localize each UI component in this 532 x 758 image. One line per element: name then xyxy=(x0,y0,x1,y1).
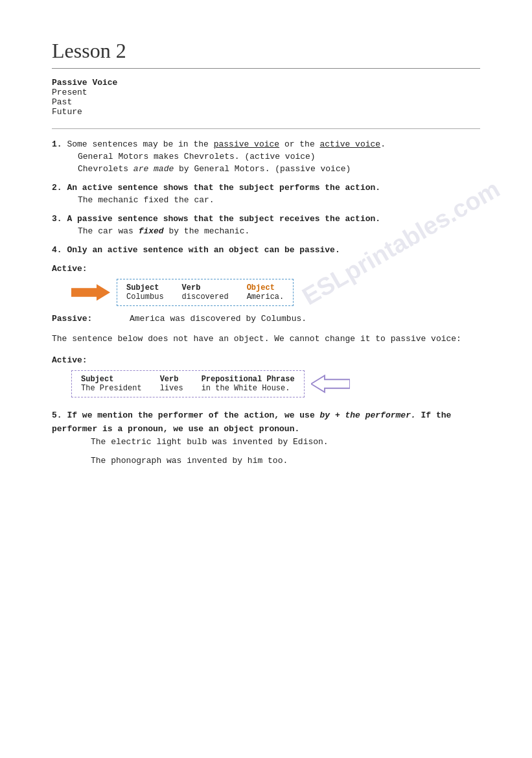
point-2-text: An active sentence shows that the subjec… xyxy=(67,183,380,193)
diagram1-verb-value: discovered xyxy=(182,292,229,302)
point-5-number: 5. xyxy=(52,410,62,420)
diagram2-verb-label: Verb xyxy=(160,375,183,384)
point-1-text-after: . xyxy=(380,139,386,149)
point-1-text-middle: or the xyxy=(279,139,319,149)
point-5: 5. If we mention the performer of the ac… xyxy=(52,409,480,468)
diagram1-subject-label: Subject xyxy=(126,283,164,292)
diagram1-verb-label: Verb xyxy=(182,283,229,292)
svg-marker-1 xyxy=(311,375,350,392)
diagram1-object-col: Object America. xyxy=(247,283,284,302)
point-1-example2: Chevrolets are made by General Motors. (… xyxy=(78,164,480,174)
point-4: 4. Only an active sentence with an objec… xyxy=(52,245,480,255)
diagram1-subject-col: Subject Columbus xyxy=(126,283,164,302)
point-5-by: by xyxy=(320,410,330,420)
diagram2-box: Subject The President Verb lives Preposi… xyxy=(71,370,305,397)
point-1-example1: General Motors makes Chevrolets. (active… xyxy=(78,152,480,161)
point-5-example1: The electric light bulb was invented by … xyxy=(91,436,480,449)
passive-label: Passive: xyxy=(52,314,110,324)
active-label: Active: xyxy=(52,264,87,274)
diagram2-row: Subject The President Verb lives Preposi… xyxy=(71,370,480,397)
toc-item-present: Present xyxy=(52,88,480,97)
page-title: Lesson 2 xyxy=(52,39,480,63)
title-divider xyxy=(52,68,480,69)
diagram1-box: Subject Columbus Verb discovered Object … xyxy=(117,279,294,306)
point-1-passive-voice: passive voice xyxy=(214,139,279,149)
point-1-active-voice: active voice xyxy=(320,139,381,149)
point-1-number: 1. xyxy=(52,139,62,149)
point-2: 2. An active sentence shows that the sub… xyxy=(52,183,480,205)
point-2-example: The mechanic fixed the car. xyxy=(78,195,480,205)
diagram1-row: Subject Columbus Verb discovered Object … xyxy=(71,279,480,306)
section-divider xyxy=(52,128,480,129)
point-1-text-before: Some sentences may be in the xyxy=(67,139,213,149)
diagram2-verb-value: lives xyxy=(160,384,183,393)
point-5-text-before: If we mention the performer of the actio… xyxy=(67,410,319,420)
point-5-example2: The phonograph was invented by him too. xyxy=(91,455,480,468)
point-5-text-middle: + xyxy=(330,410,345,420)
svg-marker-0 xyxy=(71,284,110,301)
diagram2-subject-label: Subject xyxy=(81,375,142,384)
point-3-example: The car was fixed by the mechanic. xyxy=(78,226,480,236)
diagram2-prep-value: in the White House. xyxy=(202,384,295,393)
diagram2-prep-label: Prepositional Phrase xyxy=(202,375,295,384)
toc-item-past: Past xyxy=(52,97,480,107)
point-5-performer: the performer. xyxy=(345,410,416,420)
diagram1-subject-value: Columbus xyxy=(126,292,164,302)
gray-arrow-icon xyxy=(311,374,350,394)
diagram2-prep-col: Prepositional Phrase in the White House. xyxy=(202,375,295,393)
diagram2-verb-col: Verb lives xyxy=(160,375,183,393)
orange-arrow-icon xyxy=(71,283,110,302)
diagram1-object-value: America. xyxy=(247,292,284,302)
diagram2-subject-value: The President xyxy=(81,384,142,393)
point-3: 3. A passive sentence shows that the sub… xyxy=(52,214,480,236)
point-1: 1. Some sentences may be in the passive … xyxy=(52,139,480,174)
active-label-2: Active: xyxy=(52,355,87,365)
point-2-number: 2. xyxy=(52,183,62,193)
toc-section: Passive Voice Present Past Future xyxy=(52,78,480,117)
active-section: Active: Subject Columbus Verb discovered… xyxy=(52,264,480,306)
no-object-sentence: The sentence below does not have an obje… xyxy=(52,333,480,346)
point-3-text: A passive sentence shows that the subjec… xyxy=(67,214,380,224)
passive-sentence: America was discovered by Columbus. xyxy=(130,314,306,324)
point-4-number: 4. xyxy=(52,245,62,255)
diagram2-subject-col: Subject The President xyxy=(81,375,142,393)
point-3-number: 3. xyxy=(52,214,62,224)
passive-section: Passive: America was discovered by Colum… xyxy=(52,314,480,324)
toc-label: Passive Voice xyxy=(52,78,480,88)
diagram1-object-label: Object xyxy=(247,283,284,292)
active-section-2: Active: Subject The President Verb lives… xyxy=(52,355,480,397)
point-4-text: Only an active sentence with an object c… xyxy=(67,245,340,255)
toc-item-future: Future xyxy=(52,107,480,117)
diagram1-verb-col: Verb discovered xyxy=(182,283,229,302)
